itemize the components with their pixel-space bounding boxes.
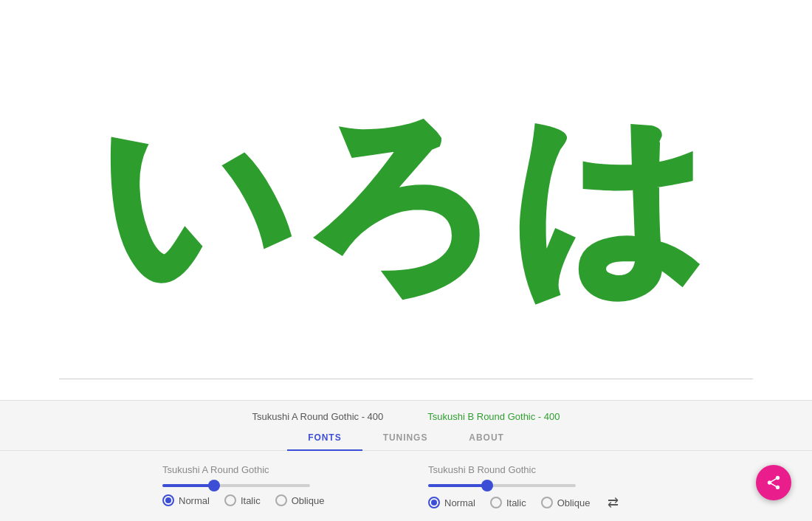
tab-fonts[interactable]: FONTS xyxy=(287,425,362,450)
font-b-normal-option[interactable]: Normal xyxy=(428,497,475,508)
font-b-slider-track[interactable] xyxy=(428,484,576,487)
font-a-italic-label: Italic xyxy=(241,495,261,506)
font-b-slider-fill xyxy=(428,484,487,487)
bottom-panel: Tsukushi A Round Gothic - 400 Tsukushi B… xyxy=(0,400,812,521)
baseline-line xyxy=(59,379,753,379)
tab-about[interactable]: ABOUT xyxy=(448,425,524,450)
font-b-italic-option[interactable]: Italic xyxy=(490,497,526,508)
tabs-bar: FONTS TUNINGS ABOUT xyxy=(0,425,812,451)
font-a-normal-radio[interactable] xyxy=(162,494,174,506)
font-b-normal-radio[interactable] xyxy=(428,497,440,508)
font-b-oblique-radio[interactable] xyxy=(541,497,553,508)
font-a-style-group: Normal Italic Oblique xyxy=(162,494,384,506)
font-title-bar: Tsukushi A Round Gothic - 400 Tsukushi B… xyxy=(0,401,812,422)
font-a-slider-track[interactable] xyxy=(162,484,310,487)
font-b-style-group: Normal Italic Oblique ⇄ xyxy=(428,494,650,511)
font-a-slider-fill xyxy=(162,484,214,487)
font-a-control: Tsukushi A Round Gothic Normal Italic xyxy=(162,464,384,511)
share-icon xyxy=(765,475,782,491)
controls-area: Tsukushi A Round Gothic Normal Italic xyxy=(0,451,812,521)
hero-text: いろは xyxy=(97,108,715,300)
share-fab[interactable] xyxy=(756,465,791,500)
font-a-oblique-radio[interactable] xyxy=(275,494,287,506)
font-b-normal-label: Normal xyxy=(444,497,475,508)
font-b-name: Tsukushi B Round Gothic xyxy=(428,464,650,475)
font-b-oblique-option[interactable]: Oblique xyxy=(541,497,591,508)
font-b-slider-container[interactable] xyxy=(428,484,650,487)
font-a-italic-radio[interactable] xyxy=(224,494,236,506)
font-a-slider-thumb[interactable] xyxy=(208,480,220,491)
font-b-oblique-label: Oblique xyxy=(557,497,591,508)
font-a-slider-container[interactable] xyxy=(162,484,384,487)
font-b-title: Tsukushi B Round Gothic - 400 xyxy=(427,411,560,422)
font-a-oblique-option[interactable]: Oblique xyxy=(275,494,325,506)
font-b-control: Tsukushi B Round Gothic Normal Italic xyxy=(428,464,650,511)
font-b-italic-label: Italic xyxy=(506,497,526,508)
font-b-italic-radio[interactable] xyxy=(490,497,502,508)
hero-section: いろは xyxy=(0,0,812,400)
font-a-name: Tsukushi A Round Gothic xyxy=(162,464,384,475)
font-a-title: Tsukushi A Round Gothic - 400 xyxy=(252,411,384,422)
tab-tunings[interactable]: TUNINGS xyxy=(362,425,449,450)
swap-icon[interactable]: ⇄ xyxy=(608,494,619,511)
app-container: いろは Tsukushi A Round Gothic - 400 Tsukus… xyxy=(0,0,812,521)
font-a-oblique-label: Oblique xyxy=(292,495,325,506)
font-a-normal-label: Normal xyxy=(179,495,210,506)
font-a-italic-option[interactable]: Italic xyxy=(224,494,261,506)
font-b-slider-thumb[interactable] xyxy=(481,480,493,491)
font-a-normal-option[interactable]: Normal xyxy=(162,494,210,506)
